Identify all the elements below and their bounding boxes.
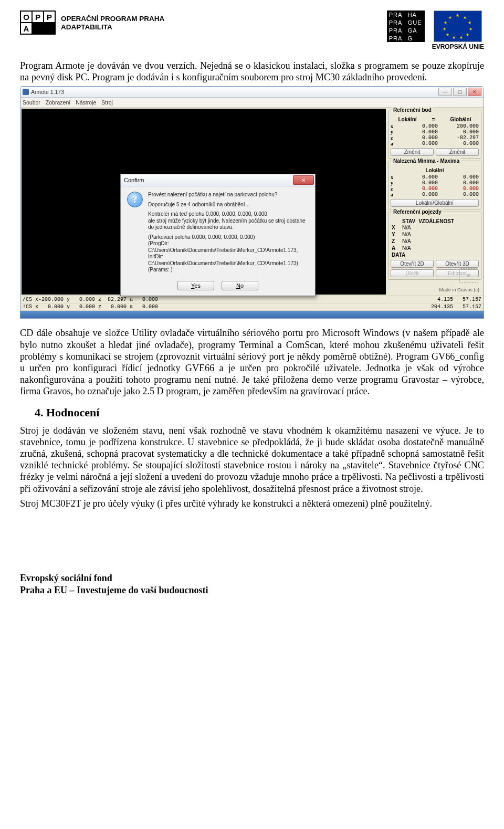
dialog-line: ale stroj může fyzicky být jinde. Naleze… (148, 218, 306, 230)
group-title: Referenční bod (392, 107, 433, 113)
dialog-line: Doporučuje 5 ze 4 odborníků na obrábění… (148, 202, 309, 208)
dialog-yes-button[interactable]: Yes (177, 281, 214, 290)
praha-cell: PRA (387, 18, 406, 26)
dialog-title-text: Confirm (124, 177, 144, 183)
body-paragraph: Stroj MC30F2T je pro účely výuky (i přes… (20, 498, 484, 509)
col-header: Lokální (398, 117, 417, 122)
value: 0.000 (399, 129, 438, 135)
section-heading: 4. Hodnocení (35, 406, 484, 419)
group-title: Referenční pojezdy (392, 209, 443, 215)
status-left: /CS x-200.000 y 0.000 z 82.297 a 0.000 (23, 297, 158, 302)
praha-cell: PRA (387, 11, 406, 18)
data-label: DATA (392, 252, 405, 258)
praha-cell: PRA (387, 26, 406, 34)
value: 0.000 (440, 129, 479, 135)
opp-cell (32, 23, 44, 34)
praha-logo: PRA HA PRA GUE PRA GA PRA G (387, 11, 425, 50)
menu-bar: Soubor Zobrazení Nástroje Stroj (20, 98, 484, 108)
header-right: PRA HA PRA GUE PRA GA PRA G ★ ★ ★ ★ ★ (387, 11, 484, 50)
value: 0.000 (399, 123, 438, 129)
col-header: = (432, 117, 435, 122)
question-icon: ? (127, 192, 143, 207)
opp-cell: P (32, 11, 44, 23)
close-button[interactable]: ✕ (468, 88, 481, 96)
maximize-button[interactable]: ▢ (453, 88, 467, 96)
status-right: 4.135 57.157 (437, 297, 481, 302)
body-paragraph: Program Armote je dováván ve dvou verzíc… (20, 60, 484, 83)
axis-label: y (391, 180, 397, 186)
value: 0.000 (440, 186, 479, 192)
change-global-button[interactable]: Změnit (436, 148, 479, 156)
praha-cell: GA (406, 26, 425, 34)
value: -82.297 (440, 135, 479, 141)
minimize-button[interactable]: — (438, 88, 452, 96)
group-title: Nalezená Minima - Maxima (392, 158, 461, 164)
footer-line: Praha a EU – Investujeme do vaší budoucn… (20, 584, 484, 596)
value: N/A (402, 238, 478, 244)
open-3d-button[interactable]: Otevřít 3D (436, 260, 479, 268)
axis-label: X (392, 225, 399, 230)
page-header: O P P A OPERAČNÍ PROGRAM PRAHA ADAPTABIL… (20, 11, 484, 50)
axis-label: a (391, 192, 397, 197)
save-button[interactable]: Uložit (391, 269, 434, 277)
eu-label: EVROPSKÁ UNIE (432, 43, 484, 50)
opp-cell: O (20, 11, 32, 23)
menu-item-machine[interactable]: Stroj (101, 99, 113, 106)
status-right: 204.135 57.157 (431, 304, 481, 310)
eu-logo-block: ★ ★ ★ ★ ★ ★ ★ ★ ★ ★ ★ ★ EVROPSKÁ UNIE (432, 11, 484, 50)
axis-label: A (392, 245, 399, 251)
open-2d-button[interactable]: Otevřít 2D (391, 260, 434, 268)
status-left: !CS x 0.000 y 0.000 z 0.000 a 0.000 (23, 304, 158, 310)
opp-title-line: ADAPTABILITA (61, 23, 164, 32)
menu-item-view[interactable]: Zobrazení (46, 99, 70, 106)
value: 0.000 (399, 186, 438, 192)
menu-item-file[interactable]: Soubor (23, 99, 40, 106)
value: 0.000 (399, 174, 438, 180)
change-local-button[interactable]: Změnit (391, 148, 434, 156)
axis-label: Z (392, 238, 399, 244)
praha-cell: GUE (406, 18, 425, 26)
opp-cell: P (44, 11, 55, 23)
value: 0.000 (399, 192, 438, 197)
dialog-no-button[interactable]: No (222, 281, 258, 290)
footer-line: Evropský sociální fond (20, 572, 484, 584)
opp-title: OPERAČNÍ PROGRAM PRAHA ADAPTABILITA (61, 11, 164, 32)
value: 0.000 (440, 192, 479, 197)
praha-cell: G (406, 34, 425, 42)
window-title: Armote 1.173 (31, 89, 64, 95)
body-paragraph: Stroj je dodáván ve složeném stavu, není… (20, 425, 484, 495)
status-bar: /CS x-200.000 y 0.000 z 82.297 a 0.000 4… (20, 296, 484, 311)
confirm-dialog: Confirm ✕ ? Provést nalezení počátku a n… (120, 174, 316, 296)
dialog-titlebar[interactable]: Confirm ✕ (121, 174, 315, 186)
dialog-line: (Params: ) (148, 267, 173, 272)
sub-header: Lokální (425, 167, 444, 173)
armote-window: Armote 1.173 — ▢ ✕ Soubor Zobrazení Nást… (20, 86, 484, 319)
app-body: Confirm ✕ ? Provést nalezení počátku a n… (20, 108, 484, 296)
value: N/A (402, 225, 478, 230)
window-titlebar[interactable]: Armote 1.173 — ▢ ✕ (20, 87, 484, 98)
side-filler: ⎚ Made in Gravos (c) (388, 282, 481, 293)
viewport-3d[interactable]: Confirm ✕ ? Provést nalezení počátku a n… (22, 109, 386, 295)
value: 0.000 (440, 180, 479, 186)
opp-cell: A (20, 23, 32, 34)
dialog-message: Provést nalezení počátku a najetí na par… (148, 192, 309, 277)
side-panel: Referenční bod Lokální = Globální x0.000… (387, 109, 482, 295)
value: 0.000 (440, 174, 479, 180)
dialog-close-button[interactable]: ✕ (293, 175, 314, 185)
app-icon (23, 89, 29, 95)
page-footer: Evropský sociální fond Praha a EU – Inve… (20, 572, 484, 596)
menu-item-tools[interactable]: Nástroje (76, 99, 96, 106)
axis-label: Y (392, 232, 399, 237)
value: N/A (402, 232, 478, 237)
value: N/A (402, 245, 478, 251)
axis-label: z (391, 135, 397, 141)
chip-icon: ⎚ (459, 268, 478, 283)
dialog-line: (ProgDir: C:\Users\Orfanik\Documents\Tre… (148, 240, 298, 266)
value: 0.000 (440, 141, 479, 146)
taskbar-strip (20, 311, 484, 318)
praha-cell: HA (406, 11, 425, 18)
ref-point-group: Referenční bod Lokální = Globální x0.000… (388, 110, 481, 159)
local-global-button[interactable]: Lokální/Globální (391, 199, 479, 207)
minmax-group: Nalezená Minima - Maxima Lokální x0.0000… (388, 161, 481, 209)
value: 0.000 (399, 141, 438, 146)
